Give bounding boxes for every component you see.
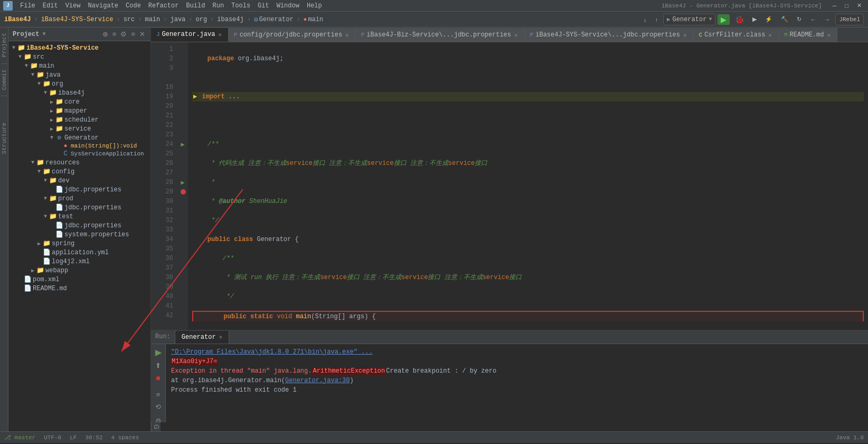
run-tab-close[interactable]: ✕ [219,334,223,340]
build-btn[interactable]: 🔨 [778,15,791,24]
tab-sys-jdbc[interactable]: P iBase4J-SYS-Service\...jdbc.properties… [525,28,694,42]
tree-jdbc-dev[interactable]: 📄 jdbc.properties [8,185,150,194]
breadcrumb-generator[interactable]: ⚙ Generator [254,15,294,24]
breadcrumb-src[interactable]: src [124,16,135,23]
jrebel-label[interactable]: JRebel [839,16,860,23]
tree-webapp[interactable]: ▶ 📁 webapp [8,266,150,275]
tree-core[interactable]: ▶ 📁 core [8,97,150,106]
project-tab[interactable]: Project [1,30,7,60]
tree-main-method[interactable]: ● main(String[]):void [8,142,150,150]
forward-btn[interactable]: → [821,15,833,24]
run-btn[interactable]: ▶ [718,14,730,25]
minimize-btn[interactable]: ─ [829,1,840,10]
tree-scheduler[interactable]: ▶ 📁 scheduler [8,115,150,124]
tree-ibase4j[interactable]: ▼ 📁 ibase4j [8,88,150,97]
menu-run[interactable]: Run [209,1,227,11]
tree-jdbc-prod[interactable]: 📄 jdbc.properties [8,203,150,212]
menu-navigate[interactable]: Navigate [84,1,121,11]
project-tree[interactable]: ▼ 📁 iBase4J-SYS-Service ▼ 📁 src ▼ 📁 main [8,41,150,431]
collapse-btn[interactable]: ≡ [111,30,118,38]
menu-code[interactable]: Code [122,1,144,11]
back-btn[interactable]: ← [807,15,819,24]
menu-file[interactable]: File [17,1,39,11]
breadcrumb-main-method[interactable]: ● main [304,16,323,23]
menu-edit[interactable]: Edit [40,1,61,11]
menu-git[interactable]: Git [254,1,272,11]
run-wrap-btn[interactable]: ⟲ [153,402,163,412]
tab-config-prod-jdbc[interactable]: P config/prod/jdbc.properties ✕ [229,28,356,42]
menu-refactor[interactable]: Refactor [145,1,182,11]
tree-generator[interactable]: ▼ ⚙ Generator [8,133,150,142]
tree-application-yml[interactable]: 📄 application.yml [8,248,150,257]
commit-tab[interactable]: Commit [1,67,7,92]
run-settings-btn[interactable]: ⚙ [153,416,164,422]
output-source-link[interactable]: Generator.java:30 [285,377,350,384]
tree-sysservice[interactable]: C SysServiceApplication [8,150,150,158]
status-spaces[interactable]: 4 spaces [111,434,139,441]
output-exception-type[interactable]: ArithmeticException [312,367,386,375]
close-panel-btn[interactable]: ✕ [138,30,146,38]
tab-config-close[interactable]: ✕ [344,32,350,39]
locate-btn[interactable]: ⊕ [101,30,109,38]
tree-resources[interactable]: ▼ 📁 resources [8,158,150,167]
tab-generator-close[interactable]: ✕ [217,31,223,38]
run-filter-btn[interactable]: ≡ [154,390,163,400]
tree-root[interactable]: ▼ 📁 iBase4J-SYS-Service [8,43,150,52]
run-config-dropdown[interactable]: ▼ [709,16,712,22]
tab-biz-jdbc[interactable]: P iBase4J-Biz-Service\...jdbc.properties… [356,28,525,42]
vcs-update-btn[interactable]: ↓ [640,15,650,24]
menu-view[interactable]: View [62,1,84,11]
code-line-3[interactable]: ▶ import ... [192,92,864,101]
breadcrumb-project[interactable]: iBase4J [4,16,31,23]
run-rerun-btn[interactable]: ▶ [153,346,164,358]
tree-config[interactable]: ▼ 📁 config [8,167,150,176]
close-btn[interactable]: ✕ [854,1,865,10]
right-vcs-btn[interactable]: G [153,424,160,429]
menu-window[interactable]: Window [273,1,303,11]
run-gutter-28[interactable]: ▶ [181,178,184,187]
status-encoding[interactable]: UTF-8 [44,434,61,441]
tab-readme-close[interactable]: ✕ [826,32,832,39]
run-scroll-top-btn[interactable]: ⬆ [153,360,163,371]
tree-test[interactable]: ▼ 📁 test [8,212,150,221]
tree-pom[interactable]: 📄 pom.xml [8,275,150,284]
run-output[interactable]: "D:\Program_Files\Java\jdk1.8.0_271\bin\… [166,344,868,422]
tab-generator-java[interactable]: J Generator.java ✕ [151,28,229,42]
tree-log4j[interactable]: 📄 log4j2.xml [8,257,150,266]
tab-sys-close[interactable]: ✕ [682,32,688,39]
vcs-push-btn[interactable]: ↑ [652,15,661,24]
breadcrumb-ibase4j[interactable]: ibase4j [217,16,243,23]
breakpoint-29[interactable] [181,189,186,195]
menu-build[interactable]: Build [183,1,208,11]
tab-biz-close[interactable]: ✕ [513,32,519,39]
settings-btn[interactable]: ⚙ [119,30,128,38]
maximize-btn[interactable]: □ [842,1,852,10]
menu-tools[interactable]: Tools [228,1,253,11]
sync-btn[interactable]: ↻ [794,15,805,24]
tree-prod[interactable]: ▼ 📁 prod [8,194,150,203]
debug-btn[interactable]: 🐞 [732,14,747,25]
tree-org[interactable]: ▼ 📁 org [8,79,150,88]
git-branch[interactable]: ⎇ master [4,434,35,441]
tree-mapper[interactable]: ▶ 📁 mapper [8,106,150,115]
menu-help[interactable]: Help [304,1,325,11]
tree-src[interactable]: ▼ 📁 src [8,52,150,61]
structure-tab[interactable]: Structure [1,121,7,156]
status-line-endings[interactable]: LF [70,434,77,441]
breadcrumb-service[interactable]: iBase4J-SYS-Service [41,16,114,23]
tree-readme[interactable]: 📄 README.md [8,284,150,293]
run-stop-btn[interactable]: ■ [154,373,162,383]
run-tab-generator[interactable]: Generator ✕ [175,331,229,344]
breadcrumb-main[interactable]: main [145,16,160,23]
tree-main[interactable]: ▼ 📁 main [8,61,150,70]
profile-btn[interactable]: ⚡ [762,15,776,24]
tree-system-props[interactable]: 📄 system.properties [8,230,150,239]
gear-btn[interactable]: ≡ [130,30,136,38]
tree-java[interactable]: ▼ 📁 java [8,70,150,79]
tree-jdbc-test[interactable]: 📄 jdbc.properties [8,221,150,230]
run-config-label[interactable]: Generator [673,16,707,23]
run-gutter-24[interactable]: ▶ [181,140,184,149]
code-content[interactable]: package org.ibase4j; ▶ import ... /** * … [188,42,868,330]
tab-csrffilter[interactable]: C CsrfFilter.class ✕ [694,28,779,42]
tab-readme[interactable]: M README.md ✕ [779,28,837,42]
